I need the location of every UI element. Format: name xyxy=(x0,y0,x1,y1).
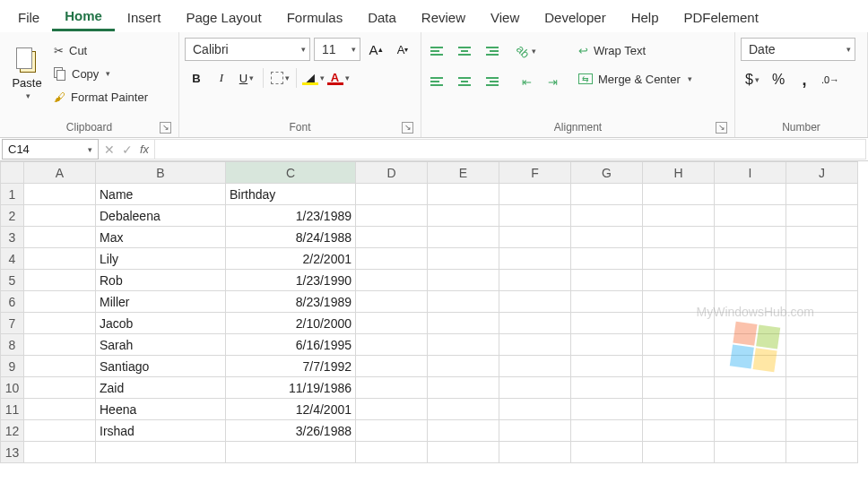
format-painter-button[interactable]: 🖌 Format Painter xyxy=(48,86,153,108)
cell-D8[interactable] xyxy=(356,334,428,356)
cell-G7[interactable] xyxy=(571,313,643,334)
row-header-9[interactable]: 9 xyxy=(1,356,24,377)
column-header-F[interactable]: F xyxy=(499,162,571,184)
cell-G6[interactable] xyxy=(571,291,643,313)
cancel-formula-button[interactable]: ✕ xyxy=(104,142,115,157)
cell-C9[interactable]: 7/7/1992 xyxy=(226,356,356,377)
cell-I11[interactable] xyxy=(715,399,786,420)
percent-format-button[interactable]: % xyxy=(767,68,790,91)
cell-C6[interactable]: 8/23/1989 xyxy=(226,291,356,313)
cell-F13[interactable] xyxy=(499,442,571,463)
paste-button[interactable]: Paste ▾ xyxy=(5,36,48,109)
cell-H13[interactable] xyxy=(643,442,715,463)
cell-D3[interactable] xyxy=(356,227,428,248)
cell-E8[interactable] xyxy=(428,334,499,356)
cell-I12[interactable] xyxy=(715,420,786,442)
row-header-3[interactable]: 3 xyxy=(1,227,24,248)
cell-B9[interactable]: Santiago xyxy=(96,356,226,377)
row-header-13[interactable]: 13 xyxy=(1,442,24,463)
cell-H12[interactable] xyxy=(643,420,715,442)
cell-C8[interactable]: 6/16/1995 xyxy=(226,334,356,356)
cell-D10[interactable] xyxy=(356,377,428,399)
cell-B5[interactable]: Rob xyxy=(96,270,226,291)
cell-F1[interactable] xyxy=(499,184,571,205)
cell-F12[interactable] xyxy=(499,420,571,442)
cell-E1[interactable] xyxy=(428,184,499,205)
cell-E12[interactable] xyxy=(428,420,499,442)
cell-D12[interactable] xyxy=(356,420,428,442)
cell-A13[interactable] xyxy=(24,442,96,463)
align-left-button[interactable] xyxy=(427,70,450,93)
name-box[interactable]: C14 ▾ xyxy=(2,139,99,160)
increase-indent-button[interactable]: ⇥ xyxy=(541,70,564,93)
cell-C2[interactable]: 1/23/1989 xyxy=(226,205,356,227)
cell-C12[interactable]: 3/26/1988 xyxy=(226,420,356,442)
cell-J12[interactable] xyxy=(786,420,858,442)
font-color-button[interactable]: A ▾ xyxy=(326,66,350,90)
row-header-5[interactable]: 5 xyxy=(1,270,24,291)
row-header-7[interactable]: 7 xyxy=(1,313,24,334)
tab-insert[interactable]: Insert xyxy=(115,3,174,30)
cell-G9[interactable] xyxy=(571,356,643,377)
border-button[interactable]: ▾ xyxy=(268,66,291,90)
cut-button[interactable]: ✂ Cut xyxy=(48,39,153,61)
row-header-1[interactable]: 1 xyxy=(1,184,24,205)
cell-I5[interactable] xyxy=(715,270,786,291)
cell-A6[interactable] xyxy=(24,291,96,313)
cell-J2[interactable] xyxy=(786,205,858,227)
cell-A12[interactable] xyxy=(24,420,96,442)
align-center-button[interactable] xyxy=(453,70,476,93)
cell-J11[interactable] xyxy=(786,399,858,420)
row-header-4[interactable]: 4 xyxy=(1,248,24,270)
cell-H10[interactable] xyxy=(643,377,715,399)
tab-file[interactable]: File xyxy=(5,3,52,30)
tab-developer[interactable]: Developer xyxy=(532,3,618,30)
column-header-H[interactable]: H xyxy=(643,162,715,184)
cell-H3[interactable] xyxy=(643,227,715,248)
column-header-A[interactable]: A xyxy=(24,162,96,184)
column-header-D[interactable]: D xyxy=(356,162,428,184)
cell-B10[interactable]: Zaid xyxy=(96,377,226,399)
tab-home[interactable]: Home xyxy=(52,1,115,31)
cell-C4[interactable]: 2/2/2001 xyxy=(226,248,356,270)
column-header-E[interactable]: E xyxy=(428,162,499,184)
cell-F3[interactable] xyxy=(499,227,571,248)
cell-G13[interactable] xyxy=(571,442,643,463)
cell-C3[interactable]: 8/24/1988 xyxy=(226,227,356,248)
cell-A5[interactable] xyxy=(24,270,96,291)
dialog-launcher-icon[interactable]: ↘ xyxy=(716,122,727,134)
cell-J13[interactable] xyxy=(786,442,858,463)
cell-E5[interactable] xyxy=(428,270,499,291)
row-header-2[interactable]: 2 xyxy=(1,205,24,227)
cell-G11[interactable] xyxy=(571,399,643,420)
cell-B1[interactable]: Name xyxy=(96,184,226,205)
cell-F4[interactable] xyxy=(499,248,571,270)
fill-color-button[interactable]: ◢ ▾ xyxy=(301,66,325,90)
cell-A1[interactable] xyxy=(24,184,96,205)
tab-formulas[interactable]: Formulas xyxy=(274,3,356,30)
cell-D5[interactable] xyxy=(356,270,428,291)
cell-H5[interactable] xyxy=(643,270,715,291)
tab-view[interactable]: View xyxy=(478,3,532,30)
cell-D4[interactable] xyxy=(356,248,428,270)
cell-C13[interactable] xyxy=(226,442,356,463)
insert-function-button[interactable]: fx xyxy=(140,142,149,156)
cell-D11[interactable] xyxy=(356,399,428,420)
tab-data[interactable]: Data xyxy=(355,3,409,30)
cell-F8[interactable] xyxy=(499,334,571,356)
cell-I2[interactable] xyxy=(715,205,786,227)
cell-F9[interactable] xyxy=(499,356,571,377)
comma-format-button[interactable]: , xyxy=(793,68,816,91)
cell-D6[interactable] xyxy=(356,291,428,313)
merge-center-button[interactable]: ⇆ Merge & Center ▾ xyxy=(573,68,698,90)
cell-B7[interactable]: Jacob xyxy=(96,313,226,334)
cell-E6[interactable] xyxy=(428,291,499,313)
column-header-C[interactable]: C xyxy=(226,162,356,184)
cell-F5[interactable] xyxy=(499,270,571,291)
cell-B12[interactable]: Irshad xyxy=(96,420,226,442)
cell-A7[interactable] xyxy=(24,313,96,334)
tab-help[interactable]: Help xyxy=(619,3,672,30)
select-all-corner[interactable] xyxy=(1,162,24,184)
cell-E4[interactable] xyxy=(428,248,499,270)
cell-D13[interactable] xyxy=(356,442,428,463)
